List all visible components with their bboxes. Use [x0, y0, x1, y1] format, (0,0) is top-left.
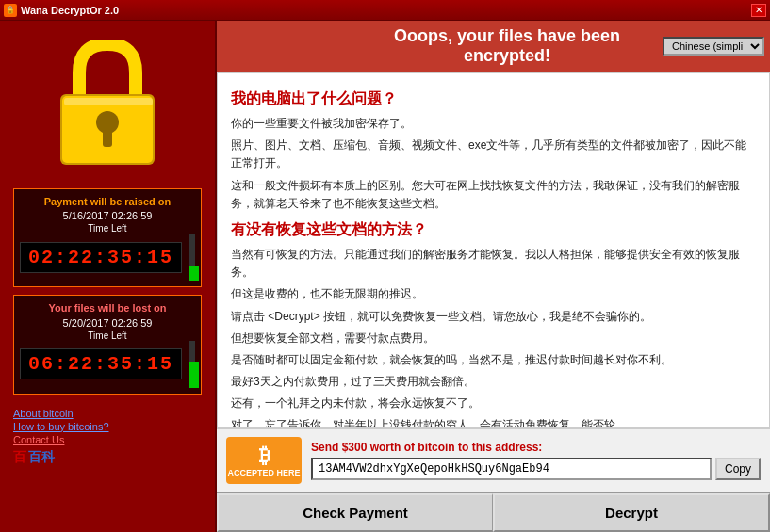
payment-raise-countdown: 02:22:35:15 — [20, 242, 182, 273]
how-to-buy-link[interactable]: How to buy bitcoins? — [13, 421, 202, 432]
btc-address-input[interactable] — [311, 458, 712, 480]
files-lost-time-left-label: Time Left — [20, 330, 195, 341]
address-row: Copy — [311, 458, 761, 480]
files-lost-label: Your files will be lost on — [20, 301, 195, 314]
main-container: Payment will be raised on 5/16/2017 02:2… — [0, 21, 770, 532]
section2-p4: 但想要恢复全部文档，需要付款点费用。 — [231, 330, 756, 347]
section1-title: 我的电脑出了什么问题？ — [231, 89, 756, 109]
title-bar: 🔒 Wana DecryptOr 2.0 ✕ — [0, 0, 770, 21]
section2-p6: 最好3天之内付款费用，过了三天费用就会翻倍。 — [231, 373, 756, 391]
section1-p1: 你的一些重要文件被我加密保存了。 — [231, 115, 756, 133]
payment-raise-box: Payment will be raised on 5/16/2017 02:2… — [13, 188, 202, 287]
links-section: About bitcoin How to buy bitcoins? Conta… — [13, 406, 202, 466]
app-icon: 🔒 — [4, 4, 17, 17]
files-lost-box: Your files will be lost on 5/20/2017 02:… — [13, 295, 202, 394]
copy-button[interactable]: Copy — [715, 458, 761, 480]
files-lost-progress — [189, 341, 195, 388]
payment-raise-progress — [189, 234, 195, 281]
section2-p2: 但这是收费的，也不能无限期的推迟。 — [231, 285, 756, 303]
svg-rect-3 — [103, 130, 112, 147]
section1-p3: 这和一般文件损坏有本质上的区别。您大可在网上找找恢复文件的方法，我敢保证，没有我… — [231, 177, 756, 213]
bitcoin-logo: ₿ ACCEPTED HERE — [226, 437, 302, 484]
header-title: Ooops, your files have been encrypted! — [352, 26, 663, 66]
section2-p5: 是否随时都可以固定金额付款，就会恢复的吗，当然不是，推迟付款时间越长对你不利。 — [231, 351, 756, 369]
language-select[interactable]: Chinese (simpli — [663, 37, 764, 56]
files-lost-datetime: 5/20/2017 02:26:59 — [20, 317, 195, 329]
payment-raise-label: Payment will be raised on — [20, 195, 195, 208]
section2-p8: 对了，忘了告诉你，对半年以上没钱付款的穷人，会有活动免费恢复，能否轮... — [231, 416, 756, 427]
payment-raise-countdown-row: 02:22:35:15 — [20, 234, 195, 281]
right-panel: Ooops, your files have been encrypted! C… — [217, 21, 770, 532]
section2-title: 有没有恢复这些文档的方法？ — [231, 220, 756, 240]
section1-p2: 照片、图片、文档、压缩包、音频、视频文件、exe文件等，几乎所有类型的文件都被加… — [231, 137, 756, 172]
payment-raise-datetime: 5/16/2017 02:26:59 — [20, 210, 195, 221]
bottom-buttons: Check Payment Decrypt — [217, 492, 770, 532]
title-bar-text: Wana DecryptOr 2.0 — [21, 5, 119, 16]
about-bitcoin-link[interactable]: About bitcoin — [13, 408, 202, 419]
left-panel: Payment will be raised on 5/16/2017 02:2… — [0, 21, 217, 532]
contact-us-link[interactable]: Contact Us — [13, 434, 202, 445]
btc-symbol: ₿ — [259, 443, 270, 468]
check-payment-button[interactable]: Check Payment — [217, 493, 493, 532]
files-lost-progress-bar — [189, 362, 199, 388]
close-button[interactable]: ✕ — [751, 4, 766, 17]
progress-green-bar — [189, 266, 199, 281]
section2-p1: 当然有可恢复的方法。只能通过我们的解密服务才能恢复。我以人格担保，能够提供安全有… — [231, 246, 756, 282]
bitcoin-info: Send $300 worth of bitcoin to this addre… — [311, 441, 761, 480]
padlock-icon — [51, 40, 164, 171]
send-label: Send $300 worth of bitcoin to this addre… — [311, 441, 761, 454]
btc-accepted-text: ACCEPTED HERE — [227, 468, 300, 477]
svg-rect-4 — [64, 98, 153, 105]
decrypt-button[interactable]: Decrypt — [493, 493, 770, 532]
bitcoin-section: ₿ ACCEPTED HERE Send $300 worth of bitco… — [217, 427, 770, 492]
files-lost-countdown: 06:22:35:15 — [20, 348, 182, 379]
section2-p3: 请点击 <Decrypt> 按钮，就可以免费恢复一些文档。请您放心，我是绝不会骗… — [231, 308, 756, 326]
section2-p7: 还有，一个礼拜之内未付款，将会永远恢复不了。 — [231, 395, 756, 412]
baidu-logo: 百百科 — [13, 449, 202, 466]
files-lost-countdown-row: 06:22:35:15 — [20, 341, 195, 388]
right-header: Ooops, your files have been encrypted! C… — [217, 21, 770, 72]
content-area[interactable]: 我的电脑出了什么问题？ 你的一些重要文件被我加密保存了。 照片、图片、文档、压缩… — [217, 72, 770, 427]
padlock-container — [23, 30, 192, 181]
title-bar-left: 🔒 Wana DecryptOr 2.0 — [4, 4, 119, 17]
payment-raise-time-left-label: Time Left — [20, 223, 195, 234]
